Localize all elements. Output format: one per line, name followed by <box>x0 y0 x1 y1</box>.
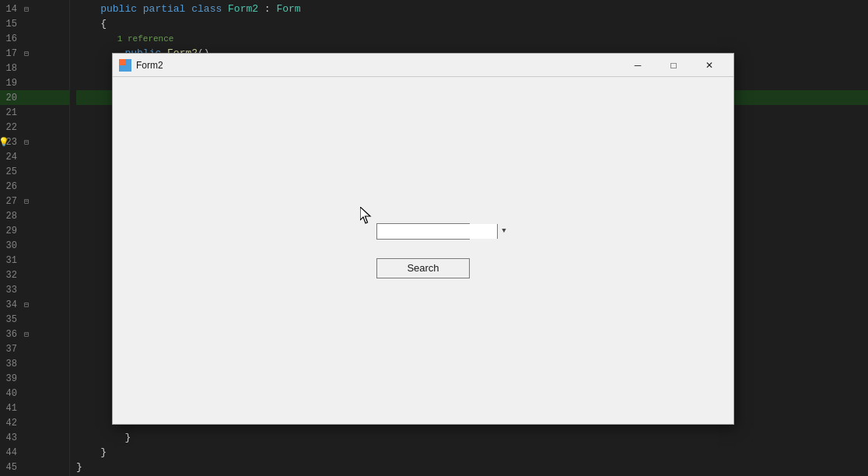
line-row-23: 23 ⊟ 💡 <box>0 135 69 149</box>
minimize-button[interactable]: ─ <box>620 54 656 77</box>
line-row-22: 22 <box>0 120 69 135</box>
collapse-icon-14[interactable]: ⊟ <box>22 5 31 14</box>
line-row-14: 14 ⊟ <box>0 2 69 16</box>
window-body: ▼ Search <box>113 77 733 424</box>
combobox-input[interactable] <box>377 224 497 239</box>
line-row-17: 17 ⊟ <box>0 46 69 61</box>
code-line-14: public partial class Form2 : Form <box>76 2 868 16</box>
lightbulb-icon: 💡 <box>0 137 9 147</box>
line-row-24: 24 <box>0 149 69 164</box>
line-row-16: 16 <box>0 31 69 46</box>
window-app-icon <box>119 59 131 72</box>
combobox-dropdown-arrow[interactable]: ▼ <box>497 224 510 239</box>
maximize-button[interactable]: □ <box>656 54 691 77</box>
combobox-control[interactable]: ▼ <box>376 223 470 240</box>
code-line-16: 1 reference <box>76 31 868 46</box>
line-row-42: 42 <box>0 415 69 430</box>
search-button[interactable]: Search <box>376 258 470 278</box>
line-row-21: 21 <box>0 105 69 120</box>
window-title: Form2 <box>136 60 620 71</box>
collapse-icon-34[interactable]: ⊟ <box>22 300 31 310</box>
form2-window: Form2 ─ □ ✕ ▼ Search <box>112 53 734 425</box>
svg-rect-0 <box>119 59 125 65</box>
line-numbers: 14 ⊟ 15 16 17 ⊟ 18 19 20 21 <box>0 0 70 476</box>
code-line-45: } <box>76 460 868 474</box>
line-row-35: 35 <box>0 312 69 327</box>
code-line-15: { <box>76 16 868 31</box>
line-row-32: 32 <box>0 268 69 282</box>
line-row-34: 34 ⊟ <box>0 297 69 312</box>
line-row-27: 27 ⊟ <box>0 194 69 208</box>
line-row-37: 37 <box>0 341 69 356</box>
line-row-36: 36 ⊟ <box>0 327 69 341</box>
line-row-43: 43 <box>0 430 69 445</box>
line-row-31: 31 <box>0 253 69 268</box>
line-row-44: 44 <box>0 445 69 460</box>
line-row-15: 15 <box>0 16 69 31</box>
line-row-25: 25 <box>0 164 69 179</box>
line-row-33: 33 <box>0 282 69 297</box>
line-row-40: 40 <box>0 386 69 401</box>
collapse-icon-23[interactable]: ⊟ <box>22 138 31 147</box>
window-titlebar: Form2 ─ □ ✕ <box>113 54 733 77</box>
line-row-29: 29 <box>0 223 69 238</box>
line-row-18: 18 <box>0 61 69 75</box>
line-row-38: 38 <box>0 356 69 371</box>
line-row-45: 45 <box>0 460 69 474</box>
line-row-39: 39 <box>0 371 69 386</box>
collapse-icon-17[interactable]: ⊟ <box>22 49 31 58</box>
line-row-19: 19 <box>0 75 69 90</box>
line-row-26: 26 <box>0 179 69 194</box>
line-row-30: 30 <box>0 238 69 253</box>
svg-rect-2 <box>119 65 125 72</box>
svg-rect-1 <box>125 59 131 65</box>
line-row-28: 28 <box>0 208 69 223</box>
collapse-icon-27[interactable]: ⊟ <box>22 197 31 206</box>
code-line-44: } <box>76 445 868 460</box>
code-line-43: } <box>76 430 868 445</box>
close-button[interactable]: ✕ <box>691 54 727 77</box>
window-controls: ─ □ ✕ <box>620 54 727 77</box>
line-row-20: 20 <box>0 90 69 105</box>
collapse-icon-36[interactable]: ⊟ <box>22 330 31 339</box>
line-row-41: 41 <box>0 401 69 415</box>
svg-rect-3 <box>125 65 131 72</box>
